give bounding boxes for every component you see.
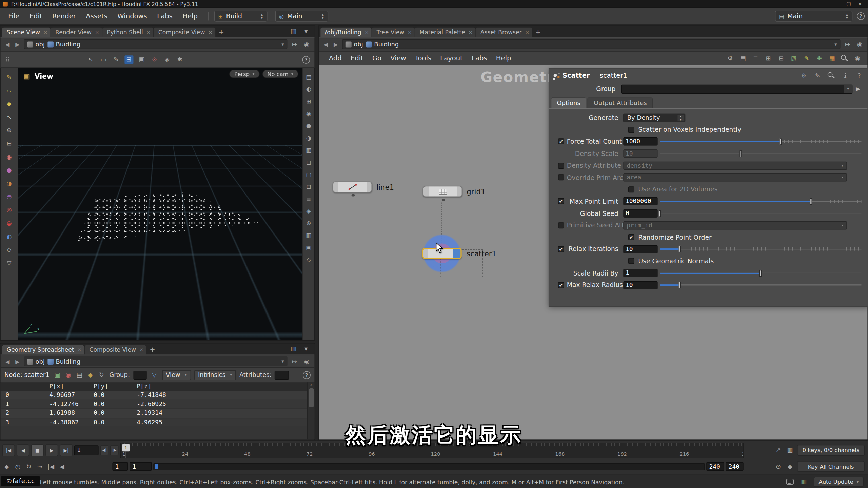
- close-icon[interactable]: ×: [408, 29, 412, 35]
- close-icon[interactable]: ×: [525, 29, 529, 35]
- forward-icon[interactable]: ▶: [14, 41, 21, 47]
- lighting-icon[interactable]: ◉: [304, 109, 313, 118]
- menu-go[interactable]: Go: [368, 53, 386, 63]
- viewport-canvas[interactable]: ▣ View Persp ▾ No cam ▾: [18, 68, 302, 340]
- link-editor-icon[interactable]: ↦: [290, 40, 299, 49]
- view-dropdown[interactable]: View ▾: [162, 370, 191, 380]
- select-tool-icon[interactable]: ↖: [5, 112, 14, 121]
- menu-labs[interactable]: Labs: [152, 11, 178, 22]
- output-connector[interactable]: [442, 199, 445, 201]
- scroll-up-icon[interactable]: ▴: [310, 382, 312, 387]
- tab-scene-view[interactable]: Scene View×: [2, 28, 51, 37]
- pane-menu-icon[interactable]: ▾: [302, 26, 311, 35]
- param-enable-checkbox[interactable]: ✔: [558, 282, 564, 288]
- visualizers-icon[interactable]: ◈: [304, 206, 313, 215]
- snap-off-icon[interactable]: ⊘: [150, 55, 159, 64]
- wireframe-icon[interactable]: ⊞: [304, 97, 313, 106]
- back-icon[interactable]: ◀: [322, 41, 329, 47]
- path-field[interactable]: obj Buidling ▾: [342, 39, 840, 49]
- link-editor-icon[interactable]: ↦: [290, 357, 299, 366]
- param-enable-checkbox[interactable]: [558, 222, 564, 228]
- chevron-down-icon[interactable]: ▾: [841, 223, 844, 228]
- node-history-icon[interactable]: ▤: [75, 370, 84, 379]
- column-header-p-z[interactable]: P[z]: [135, 382, 315, 390]
- memory-monitor-icon[interactable]: ▣: [304, 243, 313, 252]
- clip-planes-icon[interactable]: ◇: [304, 255, 313, 264]
- menu-layout[interactable]: Layout: [436, 53, 467, 63]
- path-node-chip[interactable]: Buidling: [47, 358, 80, 365]
- help-icon[interactable]: ?: [303, 371, 311, 379]
- range-playhead[interactable]: [155, 464, 158, 469]
- path-field[interactable]: obj Buidling ▾: [24, 356, 287, 366]
- range-end-field[interactable]: 240: [726, 462, 743, 471]
- chevron-down-icon[interactable]: ▾: [834, 41, 837, 47]
- pin-node-icon[interactable]: ▣: [53, 370, 62, 379]
- update-mode-icon[interactable]: ▥: [800, 477, 808, 486]
- node-list-icon[interactable]: ▤: [738, 54, 747, 62]
- right-desktop-selector[interactable]: ▤ Main: [775, 11, 853, 22]
- step-mode-icon[interactable]: ⇢: [35, 462, 44, 471]
- tab-obj-buidling[interactable]: /obj/Buidling×: [320, 28, 372, 37]
- clock-icon[interactable]: ◷: [13, 462, 22, 471]
- param-enable-checkbox[interactable]: ✔: [558, 198, 564, 204]
- slider-handle[interactable]: [679, 246, 681, 252]
- frame-all-icon[interactable]: ◻: [304, 158, 313, 166]
- chevron-down-icon[interactable]: ▾: [841, 163, 844, 168]
- menu-windows[interactable]: Windows: [113, 11, 152, 22]
- path-node-chip[interactable]: Buidling: [366, 41, 399, 48]
- snap-multi-icon[interactable]: ✱: [175, 55, 184, 64]
- range-start-field[interactable]: 1: [112, 462, 128, 471]
- new-tab-button[interactable]: +: [216, 28, 227, 37]
- param-slider[interactable]: [660, 150, 861, 158]
- headlight-icon[interactable]: ●: [304, 121, 313, 130]
- menu-help[interactable]: Help: [492, 53, 516, 63]
- param-field[interactable]: prim_id▾: [623, 221, 847, 229]
- persp-button[interactable]: Persp ▾: [229, 70, 259, 78]
- sphere-tool-icon[interactable]: ●: [5, 165, 14, 174]
- info-display-icon[interactable]: ▥: [304, 231, 313, 240]
- help-icon[interactable]: ?: [857, 12, 865, 20]
- slider-handle[interactable]: [659, 210, 661, 217]
- grid-toggle-icon[interactable]: ⊟: [304, 182, 313, 191]
- tab-render-view[interactable]: Render View×: [51, 28, 102, 37]
- minimize-button[interactable]: —: [835, 1, 840, 6]
- draw-curve-tool-icon[interactable]: ✎: [5, 73, 14, 81]
- tab-material-palette[interactable]: Material Palette×: [415, 28, 475, 37]
- param-field[interactable]: 1000000: [623, 197, 657, 205]
- key-all-channels-button[interactable]: Key All Channels: [797, 461, 865, 472]
- pin-icon[interactable]: ◉: [853, 54, 862, 62]
- chevron-down-icon[interactable]: ▾: [281, 41, 284, 47]
- follow-focus-icon[interactable]: ◉: [302, 40, 311, 49]
- key-icon-icon[interactable]: ◆: [786, 462, 794, 471]
- menu-file[interactable]: File: [3, 11, 24, 22]
- param-enable-checkbox[interactable]: ✔: [558, 246, 564, 252]
- search-icon[interactable]: [840, 54, 849, 62]
- param-enable-checkbox[interactable]: [558, 175, 564, 181]
- snapshot-icon[interactable]: ▢: [304, 170, 313, 179]
- chevron-down-icon[interactable]: ▾: [844, 85, 852, 93]
- pane-menu-icon[interactable]: ▾: [302, 344, 311, 353]
- param-slider[interactable]: [660, 245, 861, 253]
- tab-tree-view[interactable]: Tree View×: [372, 28, 415, 37]
- path-root-chip[interactable]: obj: [27, 358, 45, 365]
- new-tab-button[interactable]: +: [533, 28, 544, 37]
- pane-layout-icon[interactable]: ▥: [289, 26, 298, 35]
- spinner-icon[interactable]: [677, 115, 684, 121]
- snap-grid-icon[interactable]: ◈: [163, 55, 172, 64]
- network-canvas[interactable]: Geometry line1 grid1: [319, 65, 867, 440]
- table-row[interactable]: 04.966970.0-7.41848: [1, 391, 315, 400]
- node-grid1[interactable]: grid1: [423, 186, 462, 197]
- camera-view-icon[interactable]: ▦: [304, 145, 313, 154]
- close-icon[interactable]: ×: [43, 29, 47, 35]
- viewport[interactable]: ✎▱◆↖⊕⊟◉●◑◓◎◒◐◇▽ ▣ View Persp ▾ No cam ▾: [1, 68, 315, 340]
- close-icon[interactable]: ×: [146, 29, 151, 35]
- high-quality-icon[interactable]: ◑: [304, 133, 313, 142]
- slider-handle[interactable]: [679, 282, 681, 288]
- group-filter-field[interactable]: [133, 370, 146, 379]
- box-select-icon[interactable]: ▭: [99, 55, 108, 64]
- checkbox[interactable]: [628, 127, 634, 133]
- select-vis-icon[interactable]: ▣: [137, 55, 146, 64]
- handles-icon[interactable]: ⊕: [304, 219, 313, 227]
- pane-layout-icon[interactable]: ▥: [289, 344, 298, 353]
- column-header-p-x[interactable]: P[x]: [47, 382, 92, 390]
